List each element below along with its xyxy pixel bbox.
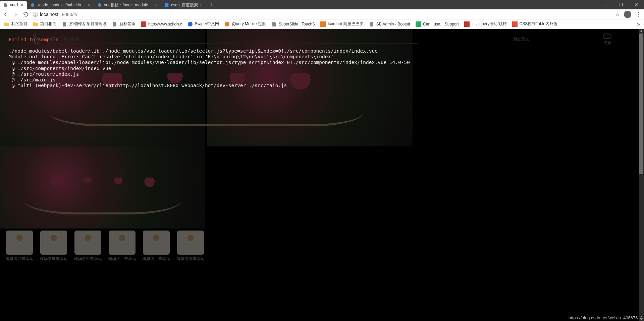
product-thumb[interactable]: 施华洛世奇幸运 bbox=[72, 231, 103, 262]
url-path: :8080/#/ bbox=[60, 12, 77, 17]
bookmarks-bar: 我的项目 项目相关 方维网络-项目管理系 新标签页 http://www.szl… bbox=[0, 19, 644, 29]
browser-tab-1[interactable]: ./node_modules/babel-loader/ × bbox=[27, 1, 94, 9]
thumb-label: 施华洛世奇幸运 bbox=[74, 256, 102, 262]
bookmark-label: CSS控制Table内外边 bbox=[520, 21, 557, 27]
favicon bbox=[187, 21, 193, 27]
favicon bbox=[224, 21, 230, 27]
file-icon bbox=[62, 21, 67, 27]
thumb-image bbox=[74, 231, 101, 255]
svg-point-0 bbox=[31, 3, 35, 7]
thumb-label: 施华洛世奇幸运 bbox=[176, 256, 205, 262]
product-thumb[interactable]: 施华洛世奇幸运 bbox=[4, 231, 35, 262]
close-icon[interactable]: × bbox=[200, 3, 203, 7]
vertical-scrollbar[interactable]: ▲ ▼ bbox=[639, 29, 644, 321]
bookmark-item[interactable]: 新标签页 bbox=[112, 21, 136, 27]
svg-rect-6 bbox=[320, 21, 326, 27]
browser-tab-0[interactable]: vue1 × bbox=[0, 1, 27, 9]
hero-image bbox=[0, 146, 205, 229]
thumb-image bbox=[143, 231, 170, 255]
product-thumb[interactable]: 施华洛世奇幸运 bbox=[141, 231, 172, 262]
product-thumb[interactable]: 施华洛世奇幸运 bbox=[38, 231, 69, 262]
tab-title: csdn_百度搜索 bbox=[171, 2, 198, 8]
bookmark-label: http://www.szlixin.c bbox=[148, 22, 182, 26]
favicon bbox=[464, 21, 470, 27]
window-maximize-button[interactable]: ❐ bbox=[613, 0, 629, 9]
window-minimize-button[interactable]: — bbox=[598, 0, 613, 9]
close-icon[interactable]: × bbox=[155, 3, 158, 7]
close-icon[interactable]: × bbox=[21, 3, 23, 7]
scrollbar-thumb[interactable] bbox=[639, 34, 643, 174]
back-button[interactable] bbox=[3, 11, 9, 17]
favicon bbox=[416, 21, 421, 27]
svg-rect-3 bbox=[141, 21, 146, 27]
browser-tab-strip: vue1 × ./node_modules/babel-loader/ × vu… bbox=[0, 0, 644, 9]
reload-button[interactable] bbox=[23, 11, 29, 17]
bookmark-label: Can I use... Support bbox=[423, 22, 459, 26]
svg-point-14 bbox=[608, 36, 609, 36]
forward-button[interactable] bbox=[13, 11, 19, 17]
bookmark-label: SB Admin - Bootstr bbox=[376, 22, 410, 26]
bookmark-label: 方维网络-项目管理系 bbox=[69, 21, 107, 27]
bookmark-label: 我的项目 bbox=[11, 21, 28, 27]
thumb-image bbox=[40, 231, 67, 255]
bookmark-item[interactable]: Iconfont-阿里巴巴矢 bbox=[320, 21, 364, 27]
bookmark-item[interactable]: jQuery Mobile 过渡 bbox=[224, 21, 266, 27]
thumb-image bbox=[6, 231, 33, 255]
svg-point-5 bbox=[225, 22, 229, 26]
scroll-up-arrow[interactable]: ▲ bbox=[639, 29, 644, 33]
file-icon bbox=[369, 21, 374, 27]
tab-title: vue报错：/node_modules/bab bbox=[104, 2, 153, 8]
svg-rect-2 bbox=[165, 3, 169, 7]
favicon bbox=[164, 3, 169, 7]
new-tab-button[interactable]: + bbox=[206, 1, 216, 9]
close-icon[interactable]: × bbox=[88, 3, 91, 7]
product-thumb-strip: 施华洛世奇幸运 施华洛世奇幸运 施华洛世奇幸运 施华洛世奇幸运 施华洛世奇幸运 … bbox=[0, 229, 210, 264]
product-thumb[interactable]: 施华洛世奇幸运 bbox=[107, 231, 138, 262]
file-icon bbox=[3, 3, 8, 7]
product-thumb[interactable]: 施华洛世奇幸运 bbox=[175, 231, 206, 262]
address-bar[interactable]: ⓘ localhost:8080/#/ bbox=[33, 12, 611, 17]
svg-rect-8 bbox=[464, 21, 470, 27]
bookmarks-overflow-button[interactable]: » bbox=[637, 21, 640, 27]
watermark-text: https://blog.csdn.net/weixin_40667618 bbox=[569, 315, 643, 320]
bookmark-label: 新标签页 bbox=[119, 21, 136, 27]
page-viewport: 施华洛世奇幸运 施华洛世奇幸运 施华洛世奇幸运 施华洛世奇幸运 施华洛世奇幸运 … bbox=[0, 29, 644, 321]
bookmark-item[interactable]: 项目相关 bbox=[33, 21, 56, 27]
bookmark-item[interactable]: SuperSlide | TouchS bbox=[271, 21, 315, 27]
window-close-button[interactable]: ✕ bbox=[629, 0, 644, 9]
bookmark-item[interactable]: CSS控制Table内外边 bbox=[512, 21, 557, 27]
error-title: Failed to compile. bbox=[9, 37, 61, 42]
favicon bbox=[512, 21, 518, 27]
svg-rect-9 bbox=[512, 21, 518, 27]
thumb-label: 施华洛世奇幸运 bbox=[40, 256, 68, 262]
file-icon bbox=[112, 21, 117, 27]
svg-point-1 bbox=[98, 3, 102, 7]
bookmark-item[interactable]: js，jquery滚动/跳转 bbox=[464, 21, 507, 27]
favicon bbox=[141, 21, 146, 27]
window-controls: — ❐ ✕ bbox=[598, 0, 644, 9]
bookmark-item[interactable]: Can I use... Support bbox=[416, 21, 459, 27]
thumb-image bbox=[177, 231, 204, 255]
favicon bbox=[30, 3, 35, 7]
bookmark-label: 项目相关 bbox=[40, 21, 56, 27]
bookmark-item[interactable]: Swiper中文网 bbox=[187, 21, 219, 27]
bookmark-item[interactable]: 我的项目 bbox=[4, 21, 28, 27]
error-body: ./node_modules/babel-loader/lib!./node_m… bbox=[9, 48, 410, 88]
svg-point-12 bbox=[606, 36, 606, 36]
hero-image-row bbox=[0, 146, 205, 229]
tab-title: vue1 bbox=[10, 3, 19, 7]
favicon bbox=[97, 3, 102, 7]
browser-tab-2[interactable]: vue报错：/node_modules/bab × bbox=[94, 1, 161, 9]
file-icon bbox=[271, 21, 277, 27]
url-host: localhost bbox=[40, 12, 58, 17]
bookmark-star-icon[interactable]: ☆ bbox=[615, 11, 620, 17]
bookmark-item[interactable]: 方维网络-项目管理系 bbox=[62, 21, 107, 27]
chrome-menu-button[interactable]: ⋮ bbox=[635, 11, 641, 17]
thumb-image bbox=[109, 231, 136, 255]
site-info-icon[interactable]: ⓘ bbox=[33, 12, 38, 17]
tab-title: ./node_modules/babel-loader/ bbox=[37, 3, 86, 7]
bookmark-item[interactable]: SB Admin - Bootstr bbox=[369, 21, 410, 27]
browser-tab-3[interactable]: csdn_百度搜索 × bbox=[161, 1, 206, 9]
profile-avatar[interactable] bbox=[624, 11, 631, 18]
bookmark-item[interactable]: http://www.szlixin.c bbox=[141, 21, 182, 27]
